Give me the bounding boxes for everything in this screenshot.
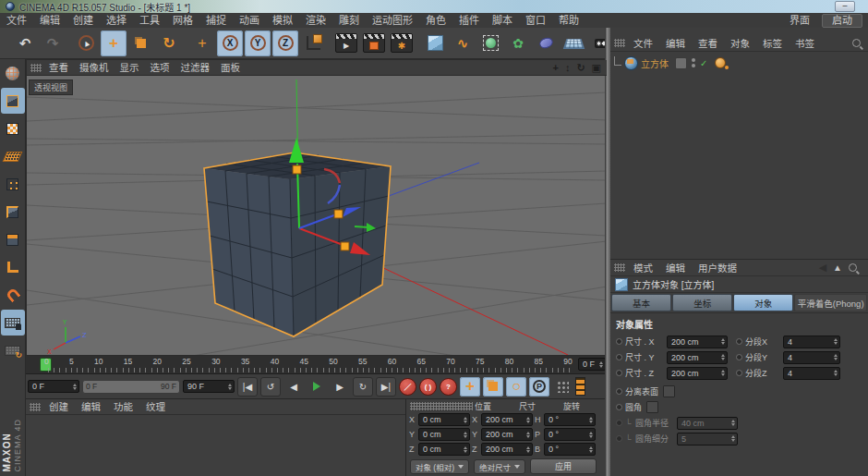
anim-dot[interactable]	[736, 370, 742, 376]
menu-mesh[interactable]: 网格	[166, 13, 199, 28]
record-rotation-toggle[interactable]: ○	[506, 377, 526, 397]
live-selection-button[interactable]: ▲	[73, 31, 99, 56]
autokey-button[interactable]: ( )	[419, 378, 437, 396]
spline-pen-button[interactable]: ∿	[450, 31, 476, 56]
om-menu-file[interactable]: 文件	[627, 36, 659, 51]
workplane-mode-button[interactable]	[1, 143, 25, 169]
size-x-field[interactable]: 200 cm	[481, 413, 533, 426]
move-tool-button[interactable]: +	[101, 31, 127, 56]
deformer-button[interactable]	[533, 31, 559, 56]
mat-menu-function[interactable]: 功能	[107, 399, 139, 414]
vp-menu-filter[interactable]: 过滤器	[175, 60, 216, 75]
position-z-field[interactable]: 0 cm	[418, 443, 470, 456]
anim-dot[interactable]	[616, 388, 622, 395]
anim-dot[interactable]	[616, 404, 622, 410]
menu-help[interactable]: 帮助	[552, 13, 585, 28]
tab-object[interactable]: 对象	[733, 294, 793, 311]
menu-character[interactable]: 角色	[419, 13, 452, 28]
layout-dropdown[interactable]: 启动	[822, 14, 862, 28]
vp-menu-display[interactable]: 显示	[115, 60, 145, 75]
separate-surfaces-checkbox[interactable]	[663, 385, 675, 397]
record-parameter-toggle[interactable]: P	[529, 377, 549, 397]
position-y-field[interactable]: 0 cm	[418, 428, 470, 441]
array-generator-button[interactable]: ✿	[505, 31, 531, 56]
record-pla-toggle[interactable]	[552, 377, 573, 397]
om-menu-bookmarks[interactable]: 书签	[789, 36, 821, 51]
enable-checkmark[interactable]: ✓	[700, 58, 707, 68]
current-frame-field[interactable]: 0 F	[578, 358, 606, 371]
am-menu-userdata[interactable]: 用户数据	[692, 261, 743, 275]
viewport-panel-menu-icon[interactable]	[30, 64, 42, 72]
size-mode-dropdown[interactable]: 绝对尺寸	[474, 459, 525, 474]
anim-dot[interactable]	[736, 338, 742, 345]
object-row-cube[interactable]: 立方体 ✓	[614, 55, 868, 70]
menu-render[interactable]: 渲染	[299, 13, 332, 28]
attr-seg-z-field[interactable]: 4	[783, 367, 840, 380]
am-menu-mode[interactable]: 模式	[627, 261, 659, 275]
viewport-maximize-icon[interactable]: ▣	[592, 62, 601, 74]
gizmo-y-handle[interactable]	[293, 165, 301, 174]
model-mode-button[interactable]	[1, 88, 25, 114]
layer-chip[interactable]	[675, 57, 687, 69]
menu-script[interactable]: 脚本	[486, 13, 519, 28]
menu-simulate[interactable]: 模拟	[266, 13, 299, 28]
viewport-pan-icon[interactable]: +	[552, 62, 558, 73]
range-end-field[interactable]: 90 F	[183, 380, 235, 393]
om-menu-view[interactable]: 查看	[692, 36, 724, 51]
undo-button[interactable]: ↶	[12, 31, 38, 56]
size-z-field[interactable]: 200 cm	[481, 443, 533, 456]
edges-mode-button[interactable]	[1, 199, 25, 225]
gizmo-x-handle[interactable]	[341, 242, 349, 250]
menu-animate[interactable]: 动画	[233, 13, 266, 28]
timeline-ruler[interactable]: 0510 152025 303540 455055 606570 758085 …	[26, 356, 608, 374]
next-key-button[interactable]: ↻	[353, 377, 373, 397]
preview-range-slider[interactable]: 0 F90 F	[82, 380, 180, 394]
perspective-viewport[interactable]: 查看 摄像机 显示 选项 过滤器 面板 + ↕ ↻ ▣ 透视视图	[26, 59, 608, 356]
coords-panel-menu-icon[interactable]	[410, 402, 473, 410]
record-position-toggle[interactable]: +	[460, 377, 480, 397]
next-frame-button[interactable]: ▶	[330, 377, 350, 397]
material-panel-menu-icon[interactable]	[30, 403, 41, 411]
add-cube-button[interactable]	[422, 31, 448, 56]
record-scale-toggle[interactable]	[483, 377, 503, 397]
polygons-mode-button[interactable]	[1, 226, 25, 252]
range-start-spinner[interactable]	[71, 384, 77, 390]
anim-dot[interactable]	[616, 370, 622, 376]
previous-frame-button[interactable]: ◀	[283, 377, 304, 397]
attr-size-y-field[interactable]: 200 cm	[667, 351, 728, 364]
viewport-rotate-icon[interactable]: ↻	[576, 62, 585, 74]
position-x-field[interactable]: 0 cm	[418, 413, 470, 426]
menu-mograph[interactable]: 运动图形	[366, 13, 419, 28]
environment-button[interactable]	[561, 31, 586, 56]
make-editable-button[interactable]	[1, 60, 25, 86]
visibility-dots[interactable]	[692, 58, 695, 67]
previous-key-button[interactable]: ↺	[260, 377, 281, 397]
render-picture-viewer-button[interactable]	[361, 31, 387, 56]
cube-object-icon[interactable]	[624, 56, 638, 70]
frame-spinner[interactable]	[597, 361, 603, 368]
om-menu-tags[interactable]: 标签	[756, 36, 789, 51]
rotation-h-field[interactable]: 0 °	[544, 413, 596, 426]
keyframe-presets-icon[interactable]	[575, 377, 585, 396]
workplane-rotate-button[interactable]	[1, 337, 25, 363]
menu-file[interactable]: 文件	[0, 13, 33, 28]
coord-mode-dropdown[interactable]: 对象 (相对)	[410, 459, 469, 474]
record-keyframe-button[interactable]: ／	[399, 378, 416, 396]
vp-menu-panel[interactable]: 面板	[215, 60, 246, 75]
tab-basic[interactable]: 基本	[611, 294, 671, 311]
mat-menu-edit[interactable]: 编辑	[75, 399, 107, 414]
am-menu-edit[interactable]: 编辑	[659, 261, 692, 275]
menu-select[interactable]: 选择	[100, 13, 133, 28]
gizmo-z-handle[interactable]	[334, 210, 343, 218]
om-panel-menu-icon[interactable]	[614, 39, 625, 47]
axis-mode-button[interactable]	[1, 254, 25, 280]
range-start-field[interactable]: 0 F	[28, 380, 79, 393]
coordinate-system-button[interactable]	[300, 31, 326, 56]
range-end-spinner[interactable]	[226, 384, 232, 390]
minimize-button[interactable]: –	[835, 1, 855, 12]
parent-up-icon[interactable]: ▲	[833, 262, 842, 273]
anim-dot[interactable]	[616, 354, 622, 360]
menu-snap[interactable]: 捕捉	[199, 13, 233, 28]
goto-start-button[interactable]: |◀	[237, 377, 258, 397]
keyframe-selection-button[interactable]: ?	[440, 378, 457, 396]
